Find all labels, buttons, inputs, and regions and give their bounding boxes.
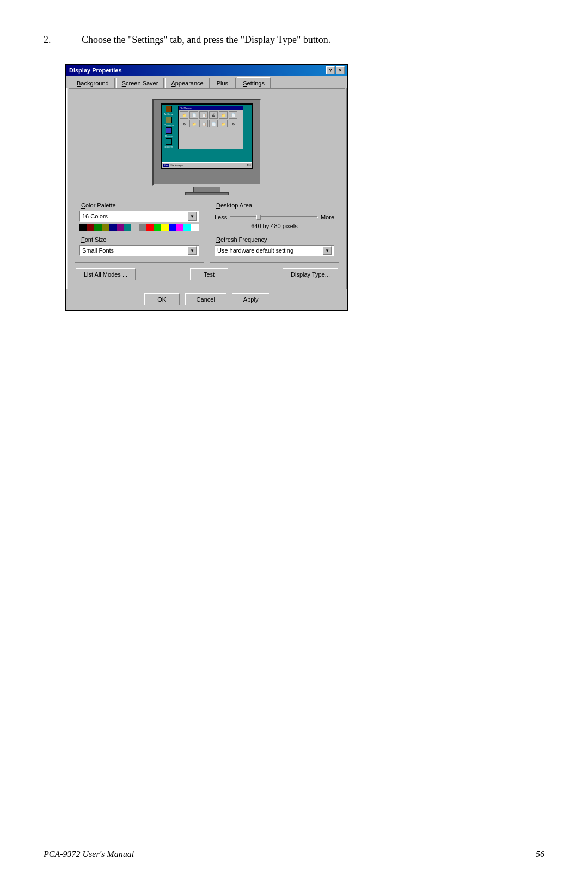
list-all-modes-button[interactable]: List All Modes ...	[76, 268, 136, 280]
settings-row-1: Color Palette 16 Colors ▼	[75, 206, 339, 236]
tab-appearance-label: Appearance	[171, 80, 203, 87]
apply-button[interactable]: Apply	[232, 293, 270, 305]
tab-settings[interactable]: Settings	[237, 77, 271, 88]
color-bar	[79, 224, 199, 231]
font-size-select[interactable]: Small Fonts ▼	[79, 245, 199, 256]
color-palette-group: Color Palette 16 Colors ▼	[75, 206, 204, 236]
refresh-arrow: ▼	[323, 246, 332, 255]
more-label: More	[321, 214, 334, 221]
footer-manual-title: PCA-9372 User's Manual	[44, 849, 134, 859]
titlebar: Display Properties ? ×	[66, 65, 347, 76]
tab-appearance[interactable]: Appearance	[165, 78, 209, 88]
step-text: Choose the "Settings" tab, and press the…	[82, 33, 330, 47]
slider-track[interactable]	[230, 216, 318, 218]
tab-background-label: Background	[77, 80, 109, 87]
tab-bar: Background Screen Saver Appearance Plus!…	[66, 76, 347, 88]
desktop-icon-2: Programs	[163, 117, 175, 126]
action-buttons: List All Modes ... Test Display Type...	[75, 268, 339, 280]
monitor-base	[185, 192, 229, 195]
color-palette-arrow: ▼	[188, 212, 197, 221]
font-size-arrow: ▼	[188, 246, 197, 255]
tab-plus-label: Plus!	[217, 80, 230, 87]
titlebar-buttons: ? ×	[326, 66, 345, 74]
desktop-area-group: Desktop Area Less More 640 by 480 pixels	[210, 206, 339, 236]
dialog-body: MyComp Programs Recycle	[69, 88, 345, 286]
tab-plus[interactable]: Plus!	[211, 78, 236, 88]
dialog-title: Display Properties	[69, 67, 122, 74]
screen-taskbar: Start File Manager 4:55	[162, 162, 252, 168]
color-palette-value: 16 Colors	[82, 213, 108, 219]
monitor-outer: MyComp Programs Recycle	[152, 99, 261, 186]
screen-window: File Manager 📁 📄 📋 🖨 📁 📄 ⚙	[178, 106, 243, 149]
ok-button[interactable]: OK	[144, 293, 180, 305]
page-footer: PCA-9372 User's Manual 56	[44, 849, 544, 859]
desktop-icon-3: Recycle	[163, 127, 175, 137]
font-size-group: Font Size Small Fonts ▼	[75, 241, 204, 263]
desktop-icon-1: MyComp	[163, 106, 175, 115]
close-button[interactable]: ×	[336, 66, 345, 74]
refresh-select[interactable]: Use hardware default setting ▼	[215, 245, 334, 256]
page-content: 2. Choose the "Settings" tab, and press …	[0, 0, 588, 344]
refresh-frequency-group: Refresh Frequency Use hardware default s…	[210, 241, 339, 263]
tab-settings-label: Settings	[243, 80, 265, 87]
help-button[interactable]: ?	[326, 66, 335, 74]
refresh-value: Use hardware default setting	[217, 247, 293, 254]
desktop-icon-4: Explorer	[163, 138, 175, 148]
cancel-button[interactable]: Cancel	[185, 293, 226, 305]
test-button[interactable]: Test	[190, 268, 228, 280]
footer-page-number: 56	[536, 849, 544, 859]
color-palette-label: Color Palette	[79, 202, 118, 209]
monitor-stand	[193, 187, 220, 192]
instruction-line: 2. Choose the "Settings" tab, and press …	[44, 33, 544, 47]
font-size-label: Font Size	[79, 236, 108, 243]
refresh-frequency-label: Refresh Frequency	[215, 236, 269, 243]
screen-window-title: File Manager	[179, 106, 243, 110]
desktop-area-label: Desktop Area	[215, 202, 254, 209]
tab-background[interactable]: Background	[71, 78, 115, 88]
tab-screensaver[interactable]: Screen Saver	[116, 78, 164, 88]
slider-thumb	[256, 215, 261, 220]
font-size-value: Small Fonts	[82, 247, 114, 254]
resolution-text: 640 by 480 pixels	[215, 223, 334, 229]
monitor-preview: MyComp Programs Recycle	[75, 94, 339, 200]
color-palette-select[interactable]: 16 Colors ▼	[79, 211, 199, 222]
dialog-footer: OK Cancel Apply	[66, 289, 347, 310]
less-label: Less	[215, 214, 227, 221]
display-type-button[interactable]: Display Type...	[283, 268, 338, 280]
monitor-screen: MyComp Programs Recycle	[161, 103, 253, 169]
desktop-slider: Less More	[215, 214, 334, 221]
step-number: 2.	[44, 33, 71, 47]
tab-screensaver-label: Screen Saver	[122, 80, 158, 87]
settings-row-2: Font Size Small Fonts ▼ Refresh Frequenc…	[75, 241, 339, 263]
display-properties-dialog: Display Properties ? × Background Screen…	[65, 64, 348, 311]
